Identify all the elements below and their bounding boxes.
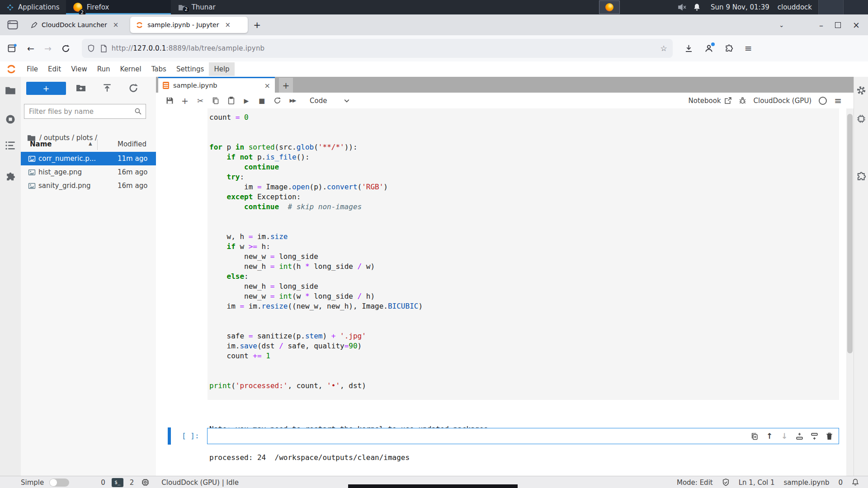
file-browser-icon[interactable] xyxy=(5,85,16,96)
firefox-tray-icon[interactable] xyxy=(599,0,620,14)
menu-item-kernel[interactable]: Kernel xyxy=(115,62,146,76)
cursor-position[interactable]: Ln 1, Col 1 xyxy=(739,479,775,487)
downloads-icon[interactable] xyxy=(684,44,693,53)
move-cell-up-icon[interactable]: ↑ xyxy=(765,432,774,440)
new-tab-button[interactable]: + xyxy=(248,19,266,30)
workspace-pager[interactable] xyxy=(818,0,868,14)
close-tab-icon[interactable]: × xyxy=(111,21,121,29)
delete-cell-icon[interactable] xyxy=(825,432,833,440)
property-inspector-gear-icon[interactable] xyxy=(856,85,866,95)
terminals-count[interactable]: 0 xyxy=(101,479,105,487)
cut-cells-button[interactable]: ✂ xyxy=(196,96,205,105)
url-bar[interactable]: http://127.0.0.1:8889/lab/tree/sample.ip… xyxy=(82,39,673,58)
duplicate-cell-icon[interactable] xyxy=(750,432,759,440)
workspace-2[interactable] xyxy=(843,0,868,14)
account-icon[interactable] xyxy=(704,44,713,53)
bookmark-star-icon[interactable]: ☆ xyxy=(660,44,667,53)
menu-item-tabs[interactable]: Tabs xyxy=(146,62,171,76)
insert-cell-button[interactable]: + xyxy=(180,96,189,105)
code-cell[interactable]: count = 0 for p in sorted(src.glob('**/*… xyxy=(208,108,839,400)
kernels-count[interactable]: 2 xyxy=(130,479,134,487)
extension-sidebar-icon[interactable] xyxy=(7,43,17,53)
menu-item-file[interactable]: File xyxy=(22,62,43,76)
cell-collapser[interactable] xyxy=(168,427,171,445)
taskbar-window-thunar[interactable]: 2 Thunar xyxy=(171,0,276,14)
column-name[interactable]: Name xyxy=(30,140,52,148)
file-row-hist-age[interactable]: hist_age.png 16m ago xyxy=(21,165,156,179)
close-tab-icon[interactable]: × xyxy=(223,21,232,29)
applications-menu[interactable]: Applications xyxy=(0,0,66,14)
copy-cells-button[interactable] xyxy=(211,96,220,105)
add-notebook-tab-button[interactable]: + xyxy=(279,78,293,93)
chip-icon[interactable] xyxy=(856,114,866,124)
app-menu-icon[interactable]: ≡ xyxy=(745,43,752,54)
menu-item-view[interactable]: View xyxy=(66,62,92,76)
kernel-chip-icon[interactable] xyxy=(141,478,150,487)
run-cell-button[interactable]: ▶ xyxy=(242,96,251,105)
notifications-count[interactable]: 0 xyxy=(838,479,843,487)
scrollbar-thumb[interactable] xyxy=(847,114,853,353)
kernel-status-text[interactable]: CloudDock (GPU) | Idle xyxy=(161,479,239,487)
page-info-icon[interactable] xyxy=(100,45,107,52)
close-window-button[interactable]: × xyxy=(853,20,860,30)
close-notebook-tab-icon[interactable]: × xyxy=(264,81,270,90)
hidden-dock-strip[interactable] xyxy=(348,484,518,488)
restart-run-all-button[interactable]: ▶▶ xyxy=(288,96,297,105)
url-text[interactable]: http://127.0.0.1:8889/lab/tree/sample.ip… xyxy=(112,44,264,52)
notifications-bell-icon[interactable] xyxy=(852,479,859,486)
paste-cells-button[interactable] xyxy=(226,96,236,105)
active-empty-cell[interactable]: [ ]: ↑ ↓ xyxy=(156,427,854,445)
new-launcher-button[interactable]: + xyxy=(26,82,66,95)
debugger-bug-icon[interactable] xyxy=(739,97,746,104)
refresh-file-list-icon[interactable] xyxy=(128,83,138,93)
running-kernels-icon[interactable] xyxy=(5,114,16,125)
simple-mode-toggle[interactable] xyxy=(49,479,69,487)
extensions-puzzle-icon[interactable] xyxy=(725,44,733,53)
firefox-view-icon[interactable] xyxy=(7,20,18,30)
browser-tab-jupyter[interactable]: sample.ipynb - Jupyter × xyxy=(130,17,248,33)
table-of-contents-icon[interactable] xyxy=(5,140,16,151)
insert-cell-below-icon[interactable] xyxy=(810,432,818,440)
kernel-status-icon[interactable] xyxy=(819,97,827,105)
taskbar-window-firefox[interactable]: 2 Firefox xyxy=(66,0,171,14)
mode-indicator[interactable]: Mode: Edit xyxy=(677,479,713,487)
workspace-1[interactable] xyxy=(818,0,843,14)
save-button[interactable] xyxy=(165,96,174,105)
puzzle-icon[interactable] xyxy=(856,172,866,182)
maximize-button[interactable] xyxy=(835,22,841,28)
file-filter-box[interactable] xyxy=(24,104,146,119)
file-row-corr-numeric[interactable]: corr_numeric.p... 11m ago xyxy=(21,152,156,165)
interrupt-kernel-button[interactable]: ■ xyxy=(257,96,266,105)
trust-shield-icon[interactable] xyxy=(722,479,730,487)
clock[interactable]: Sun 9 Nov, 01:39 xyxy=(711,3,769,11)
menu-item-run[interactable]: Run xyxy=(92,62,115,76)
notebook-tab[interactable]: sample.ipynb × xyxy=(158,77,275,93)
shield-icon[interactable] xyxy=(87,44,95,52)
column-modified[interactable]: Modified xyxy=(118,140,146,148)
menu-item-edit[interactable]: Edit xyxy=(43,62,66,76)
extension-manager-icon[interactable] xyxy=(5,172,16,183)
empty-cell-editor[interactable]: ↑ ↓ xyxy=(207,428,839,444)
file-filter-input[interactable] xyxy=(28,107,134,116)
open-in-notebook-link[interactable]: Notebook xyxy=(689,97,731,105)
notebook-scrollbar[interactable] xyxy=(846,108,854,476)
notifications-bell-icon[interactable] xyxy=(693,3,701,11)
minimize-button[interactable]: – xyxy=(819,20,823,30)
upload-icon[interactable] xyxy=(102,83,112,93)
kernel-name[interactable]: CloudDock (GPU) xyxy=(754,97,812,105)
status-filename[interactable]: sample.ipynb xyxy=(784,479,830,487)
toolbar-menu-icon[interactable]: ≡ xyxy=(834,95,842,106)
insert-cell-above-icon[interactable] xyxy=(795,432,803,440)
menu-item-help[interactable]: Help xyxy=(209,62,234,76)
list-tabs-icon[interactable]: ⌄ xyxy=(779,22,784,28)
terminal-icon[interactable]: $_ xyxy=(112,478,123,487)
reload-button[interactable] xyxy=(61,44,70,53)
back-button[interactable]: ← xyxy=(27,43,34,53)
browser-tab-clouddock[interactable]: CloudDock Launcher × xyxy=(26,14,125,35)
new-folder-icon[interactable] xyxy=(76,83,86,93)
code-editor[interactable]: count = 0 for p in sorted(src.glob('**/*… xyxy=(208,108,839,391)
restart-kernel-button[interactable] xyxy=(273,96,282,105)
menu-item-settings[interactable]: Settings xyxy=(171,62,209,76)
volume-muted-icon[interactable] xyxy=(678,3,687,11)
file-row-sanity-grid[interactable]: sanity_grid.png 16m ago xyxy=(21,179,156,192)
